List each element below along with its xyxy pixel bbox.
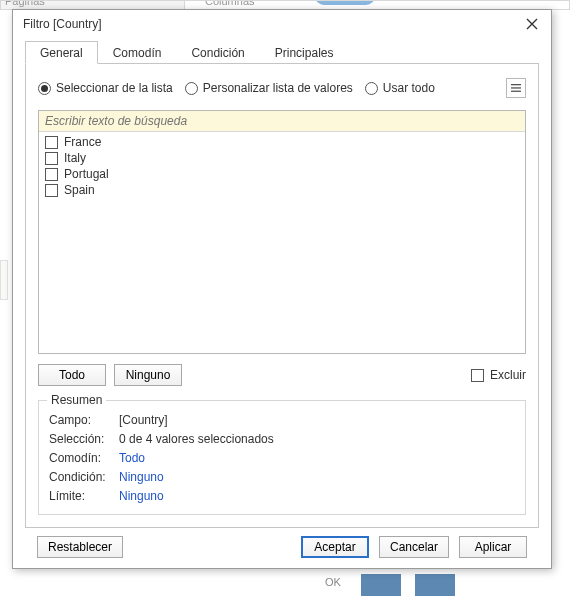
tab-panel-general: Seleccionar de la lista Personalizar lis… [25, 64, 539, 528]
titlebar: Filtro [Country] [13, 10, 551, 38]
select-none-button[interactable]: Ninguno [114, 364, 182, 386]
mode-row: Seleccionar de la lista Personalizar lis… [38, 78, 526, 98]
ok-label: OK [325, 576, 341, 588]
summary-value: 0 de 4 valores seleccionados [119, 430, 274, 449]
tab-general[interactable]: General [25, 41, 98, 64]
exclude-checkbox[interactable]: Excluir [471, 368, 526, 382]
summary-key: Campo: [49, 411, 113, 430]
dialog-title: Filtro [Country] [23, 17, 102, 31]
radio-icon [38, 82, 51, 95]
checkbox-icon [471, 369, 484, 382]
cancel-button[interactable]: Cancelar [379, 536, 449, 558]
item-label: Italy [64, 151, 86, 165]
summary-key: Condición: [49, 468, 113, 487]
summary-link-wildcard[interactable]: Todo [119, 449, 145, 468]
exclude-label: Excluir [490, 368, 526, 382]
radio-select-from-list[interactable]: Seleccionar de la lista [38, 81, 173, 95]
tab-condicion[interactable]: Condición [176, 41, 259, 64]
apply-button[interactable]: Aplicar [459, 536, 527, 558]
item-label: Spain [64, 183, 95, 197]
summary-link-limit[interactable]: Ninguno [119, 487, 164, 506]
list-item[interactable]: Spain [43, 182, 521, 198]
values-list-box: France Italy Portugal Spain [38, 110, 526, 354]
menu-icon [511, 83, 521, 93]
summary-row-limit: Límite: Ninguno [49, 487, 515, 506]
close-icon [526, 18, 538, 30]
tab-comodin[interactable]: Comodín [98, 41, 177, 64]
summary-link-condition[interactable]: Ninguno [119, 468, 164, 487]
svg-rect-0 [511, 84, 521, 85]
checkbox-icon [45, 184, 58, 197]
summary-box: Resumen Campo: [Country] Selección: 0 de… [38, 400, 526, 515]
summary-row-wildcard: Comodín: Todo [49, 449, 515, 468]
radio-label: Seleccionar de la lista [56, 81, 173, 95]
spacer [133, 536, 291, 558]
gender-pill[interactable] [315, 0, 375, 5]
chart-bar-2 [415, 574, 455, 596]
radio-label: Personalizar lista de valores [203, 81, 353, 95]
summary-key: Selección: [49, 430, 113, 449]
filter-dialog: Filtro [Country] General Comodín Condici… [12, 9, 552, 569]
reset-button[interactable]: Restablecer [37, 536, 123, 558]
summary-key: Límite: [49, 487, 113, 506]
chart-bar-1 [361, 574, 401, 596]
columns-label: Columnas [205, 0, 255, 7]
options-menu-button[interactable] [506, 78, 526, 98]
item-label: Portugal [64, 167, 109, 181]
values-list: France Italy Portugal Spain [39, 132, 525, 353]
dialog-button-row: Restablecer Aceptar Cancelar Aplicar [25, 528, 539, 558]
radio-label: Usar todo [383, 81, 435, 95]
summary-row-condition: Condición: Ninguno [49, 468, 515, 487]
tab-principales[interactable]: Principales [260, 41, 349, 64]
select-all-button[interactable]: Todo [38, 364, 106, 386]
close-button[interactable] [519, 14, 545, 34]
list-item[interactable]: Italy [43, 150, 521, 166]
summary-key: Comodín: [49, 449, 113, 468]
accept-button[interactable]: Aceptar [301, 536, 369, 558]
summary-value: [Country] [119, 411, 168, 430]
list-item[interactable]: France [43, 134, 521, 150]
svg-rect-2 [511, 91, 521, 92]
list-actions-row: Todo Ninguno Excluir [38, 364, 526, 386]
item-label: France [64, 135, 101, 149]
svg-rect-1 [511, 87, 521, 88]
summary-row-field: Campo: [Country] [49, 411, 515, 430]
radio-use-all[interactable]: Usar todo [365, 81, 435, 95]
bg-bottom: OK [0, 568, 570, 596]
checkbox-icon [45, 136, 58, 149]
list-item[interactable]: Portugal [43, 166, 521, 182]
radio-icon [365, 82, 378, 95]
summary-legend: Resumen [47, 393, 106, 407]
radio-custom-list[interactable]: Personalizar lista de valores [185, 81, 353, 95]
search-input[interactable] [39, 111, 525, 132]
dialog-content: General Comodín Condición Principales Se… [13, 38, 551, 568]
left-strip [0, 260, 8, 300]
radio-icon [185, 82, 198, 95]
checkbox-icon [45, 168, 58, 181]
summary-row-selection: Selección: 0 de 4 valores seleccionados [49, 430, 515, 449]
checkbox-icon [45, 152, 58, 165]
tab-strip: General Comodín Condición Principales [25, 40, 539, 64]
